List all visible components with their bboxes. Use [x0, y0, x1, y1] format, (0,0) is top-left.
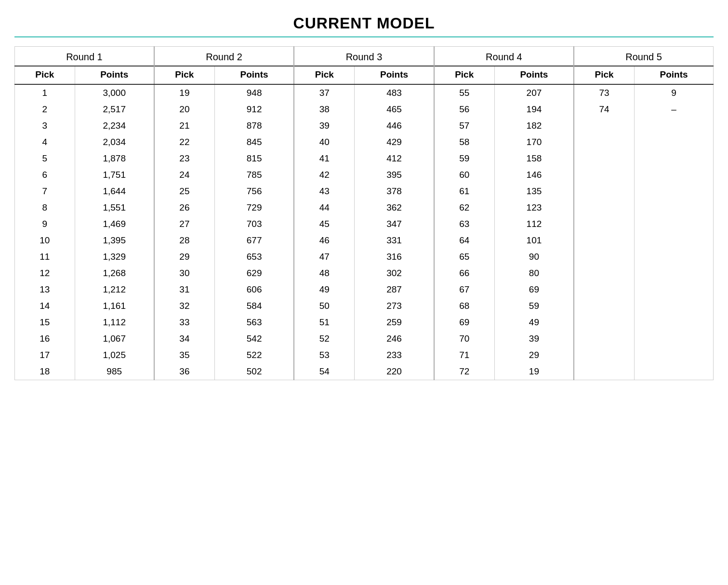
cell-pick-r3-row15: 51	[294, 314, 355, 331]
cell-pick-r1-row12: 12	[15, 265, 75, 281]
cell-points-r4-row16: 39	[494, 331, 574, 347]
cell-points-r5-row14	[635, 298, 714, 314]
cell-pick-r5-row5	[574, 150, 635, 167]
table-row: 121,26830629483026680	[15, 265, 714, 281]
cell-pick-r4-row8: 62	[434, 199, 495, 216]
cell-pick-r1-row15: 15	[15, 314, 75, 331]
col-points-r3: Points	[355, 66, 434, 84]
cell-pick-r2-row9: 27	[154, 216, 215, 232]
cell-pick-r3-row11: 47	[294, 249, 355, 265]
cell-points-r1-row16: 1,067	[75, 331, 154, 347]
cell-points-r5-row2: –	[635, 101, 714, 118]
round-header-row: Round 1Round 2Round 3Round 4Round 5	[15, 47, 714, 66]
page-title: CURRENT MODEL	[293, 14, 435, 32]
cell-points-r2-row11: 653	[214, 249, 294, 265]
cell-pick-r1-row7: 7	[15, 183, 75, 199]
cell-pick-r4-row14: 68	[434, 298, 495, 314]
cell-pick-r5-row3	[574, 118, 635, 134]
cell-points-r2-row7: 756	[214, 183, 294, 199]
col-points-r4: Points	[494, 66, 574, 84]
cell-pick-r5-row15	[574, 314, 635, 331]
col-points-r1: Points	[75, 66, 154, 84]
cell-points-r3-row11: 316	[355, 249, 434, 265]
cell-points-r2-row6: 785	[214, 167, 294, 183]
col-pick-r5: Pick	[574, 66, 635, 84]
cell-points-r1-row14: 1,161	[75, 298, 154, 314]
table-row: 13,000199483748355207739	[15, 84, 714, 101]
cell-pick-r4-row7: 61	[434, 183, 495, 199]
cell-points-r4-row15: 49	[494, 314, 574, 331]
points-table: Round 1Round 2Round 3Round 4Round 5 Pick…	[14, 46, 714, 380]
table-row: 51,878238154141259158	[15, 150, 714, 167]
cell-points-r1-row9: 1,469	[75, 216, 154, 232]
cell-pick-r5-row11	[574, 249, 635, 265]
cell-points-r5-row17	[635, 347, 714, 363]
cell-points-r1-row13: 1,212	[75, 281, 154, 298]
cell-points-r4-row7: 135	[494, 183, 574, 199]
cell-pick-r3-row2: 38	[294, 101, 355, 118]
table-row: 71,644257564337861135	[15, 183, 714, 199]
cell-pick-r2-row3: 21	[154, 118, 215, 134]
cell-points-r1-row15: 1,112	[75, 314, 154, 331]
cell-pick-r3-row9: 45	[294, 216, 355, 232]
cell-pick-r1-row11: 11	[15, 249, 75, 265]
cell-points-r2-row15: 563	[214, 314, 294, 331]
cell-points-r2-row1: 948	[214, 84, 294, 101]
col-points-r2: Points	[214, 66, 294, 84]
cell-points-r5-row11	[635, 249, 714, 265]
cell-points-r5-row16	[635, 331, 714, 347]
cell-points-r3-row13: 287	[355, 281, 434, 298]
cell-pick-r4-row1: 55	[434, 84, 495, 101]
cell-points-r5-row10	[635, 232, 714, 249]
cell-pick-r2-row10: 28	[154, 232, 215, 249]
cell-pick-r5-row16	[574, 331, 635, 347]
cell-points-r2-row8: 729	[214, 199, 294, 216]
cell-points-r2-row5: 815	[214, 150, 294, 167]
cell-points-r1-row6: 1,751	[75, 167, 154, 183]
cell-pick-r1-row3: 3	[15, 118, 75, 134]
cell-pick-r3-row13: 49	[294, 281, 355, 298]
cell-pick-r1-row2: 2	[15, 101, 75, 118]
cell-pick-r1-row1: 1	[15, 84, 75, 101]
cell-pick-r5-row18	[574, 363, 635, 380]
cell-points-r5-row13	[635, 281, 714, 298]
cell-points-r5-row15	[635, 314, 714, 331]
cell-points-r3-row8: 362	[355, 199, 434, 216]
cell-pick-r1-row5: 5	[15, 150, 75, 167]
cell-points-r4-row9: 112	[494, 216, 574, 232]
cell-points-r4-row2: 194	[494, 101, 574, 118]
table-row: 81,551267294436262123	[15, 199, 714, 216]
cell-points-r3-row15: 259	[355, 314, 434, 331]
table-row: 171,02535522532337129	[15, 347, 714, 363]
col-points-r5: Points	[635, 66, 714, 84]
cell-points-r5-row1: 9	[635, 84, 714, 101]
cell-pick-r2-row6: 24	[154, 167, 215, 183]
cell-pick-r2-row2: 20	[154, 101, 215, 118]
cell-points-r2-row13: 606	[214, 281, 294, 298]
cell-points-r4-row11: 90	[494, 249, 574, 265]
cell-points-r3-row7: 378	[355, 183, 434, 199]
cell-points-r3-row17: 233	[355, 347, 434, 363]
cell-points-r5-row5	[635, 150, 714, 167]
cell-points-r3-row3: 446	[355, 118, 434, 134]
cell-points-r5-row8	[635, 199, 714, 216]
round-header-5: Round 5	[574, 47, 713, 66]
cell-pick-r2-row5: 23	[154, 150, 215, 167]
cell-pick-r4-row10: 64	[434, 232, 495, 249]
col-pick-r2: Pick	[154, 66, 215, 84]
cell-pick-r4-row9: 63	[434, 216, 495, 232]
cell-pick-r2-row15: 33	[154, 314, 215, 331]
cell-pick-r4-row13: 67	[434, 281, 495, 298]
cell-pick-r2-row1: 19	[154, 84, 215, 101]
cell-pick-r5-row2: 74	[574, 101, 635, 118]
col-pick-r1: Pick	[15, 66, 75, 84]
cell-pick-r3-row10: 46	[294, 232, 355, 249]
round-header-4: Round 4	[434, 47, 574, 66]
cell-pick-r5-row14	[574, 298, 635, 314]
cell-pick-r5-row1: 73	[574, 84, 635, 101]
cell-pick-r1-row9: 9	[15, 216, 75, 232]
cell-points-r1-row11: 1,329	[75, 249, 154, 265]
cell-pick-r4-row2: 56	[434, 101, 495, 118]
cell-points-r1-row3: 2,234	[75, 118, 154, 134]
cell-pick-r4-row3: 57	[434, 118, 495, 134]
